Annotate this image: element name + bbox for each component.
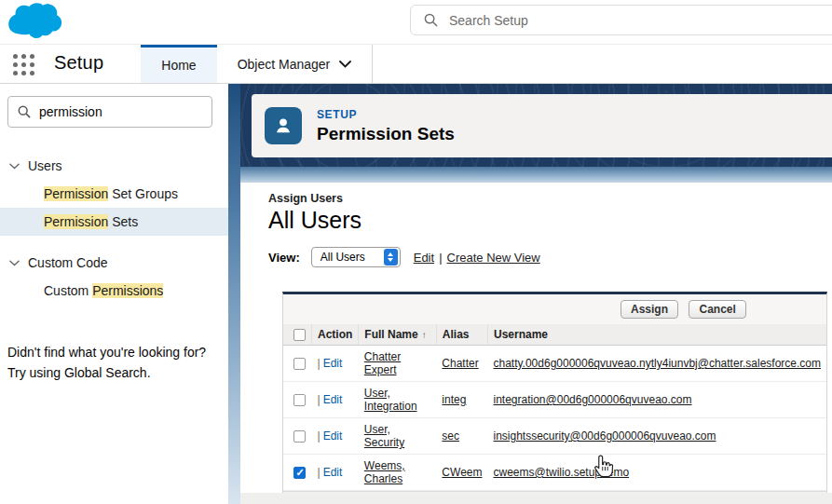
col-full-name-label: Full Name xyxy=(364,328,417,341)
table-row: |Edit Weems, Charles CWeem cweems@twilio… xyxy=(283,455,826,491)
view-links: Edit|Create New View xyxy=(414,251,540,265)
sidebar-search-box[interactable] xyxy=(7,96,212,128)
pipe-separator: | xyxy=(318,429,321,443)
pipe-separator: | xyxy=(318,393,321,406)
view-select-value: All Users xyxy=(321,251,365,264)
user-icon xyxy=(273,116,293,136)
permission-sets-icon xyxy=(265,107,302,144)
sort-asc-icon: ↑ xyxy=(422,330,427,340)
full-name-link[interactable]: User, Security xyxy=(364,423,404,449)
sidebar-item-permission-set-groups[interactable]: Permission Set Groups xyxy=(0,180,228,208)
item-highlight: Permissions xyxy=(92,283,163,298)
help-line-1: Didn't find what you're looking for? xyxy=(7,342,219,362)
users-list-card: Assign Cancel Action Full Name↑ Alias Us… xyxy=(282,292,827,504)
setup-tree: Users Permission Set Groups Permission S… xyxy=(0,152,228,305)
tab-object-manager-label: Object Manager xyxy=(238,57,331,72)
setup-navbar: Setup Home Object Manager xyxy=(0,44,832,84)
username-link[interactable]: integration@00d6g000006qvuveao.com xyxy=(493,393,691,406)
app-launcher-icon[interactable] xyxy=(13,54,37,76)
select-all-header[interactable] xyxy=(283,324,312,346)
sidebar-help-text: Didn't find what you're looking for? Try… xyxy=(7,342,219,383)
col-username[interactable]: Username xyxy=(487,324,826,346)
pipe-separator: | xyxy=(318,466,321,479)
list-view-title: All Users xyxy=(268,207,832,234)
alias-link[interactable]: CWeem xyxy=(442,466,482,479)
global-search-box[interactable] xyxy=(410,5,832,35)
full-name-link[interactable]: Chatter Expert xyxy=(364,350,401,376)
cancel-button-top[interactable]: Cancel xyxy=(689,300,745,319)
sidebar-search-input[interactable] xyxy=(39,104,188,119)
col-full-name[interactable]: Full Name↑ xyxy=(359,324,437,346)
top-button-row: Assign Cancel xyxy=(283,294,826,324)
global-header xyxy=(0,0,832,44)
alias-link[interactable]: sec xyxy=(442,429,459,443)
view-selector-row: View: All Users Edit|Create New View xyxy=(268,247,832,267)
tab-divider xyxy=(372,45,373,83)
edit-link[interactable]: Edit xyxy=(323,357,343,370)
alias-link[interactable]: Chatter xyxy=(442,357,478,370)
edit-link[interactable]: Edit xyxy=(323,466,343,479)
tree-section-custom-code[interactable]: Custom Code xyxy=(0,249,228,277)
search-icon xyxy=(18,105,31,118)
help-line-2: Try using Global Search. xyxy=(7,362,219,383)
select-stepper-icon xyxy=(384,249,398,266)
table-header-row: Action Full Name↑ Alias Username xyxy=(283,324,826,346)
full-name-link[interactable]: User, Integration xyxy=(364,387,417,413)
row-checkbox[interactable] xyxy=(293,394,306,406)
chevron-down-icon xyxy=(339,61,351,68)
nav-tabs: Home Object Manager xyxy=(141,45,373,83)
username-link[interactable]: insightssecurity@00d6g000006qvuveao.com xyxy=(493,429,716,443)
global-search-input[interactable] xyxy=(449,13,729,28)
tree-section-users[interactable]: Users xyxy=(0,152,228,180)
tab-object-manager[interactable]: Object Manager xyxy=(217,45,373,83)
create-new-view-link[interactable]: Create New View xyxy=(447,251,540,265)
salesforce-setup-screen: Setup Home Object Manager xyxy=(0,0,832,504)
banner-gradient xyxy=(240,167,832,183)
row-checkbox[interactable] xyxy=(293,358,306,370)
chevron-down-icon xyxy=(9,163,20,170)
setup-eyebrow: SETUP xyxy=(317,108,455,121)
tab-home[interactable]: Home xyxy=(141,45,216,83)
full-name-link[interactable]: Weems, Charles xyxy=(364,459,405,485)
search-icon xyxy=(424,13,438,27)
username-link[interactable]: cweems@twilio.setupdemo xyxy=(493,466,629,479)
edit-link[interactable]: Edit xyxy=(323,429,343,443)
salesforce-logo-icon xyxy=(6,2,63,41)
alias-link[interactable]: integ xyxy=(442,393,466,406)
chevron-down-icon xyxy=(9,260,20,266)
view-select[interactable]: All Users xyxy=(311,247,401,267)
background-strip xyxy=(228,84,240,504)
tree-section-label: Custom Code xyxy=(28,255,108,270)
username-link[interactable]: chatty.00d6g000006qvuveao.nytly4iunvbj@c… xyxy=(493,357,821,370)
row-checkbox[interactable] xyxy=(293,430,306,443)
sidebar-item-permission-sets[interactable]: Permission Sets xyxy=(0,208,228,236)
page-title: Permission Sets xyxy=(317,124,455,144)
users-table: Action Full Name↑ Alias Username |Edit C… xyxy=(283,324,826,491)
tree-section-label: Users xyxy=(28,158,62,173)
page-header-banner: SETUP Permission Sets xyxy=(240,84,832,183)
assign-users-section: Assign Users All Users View: All Users E… xyxy=(240,183,832,504)
item-highlight: Permission xyxy=(44,214,108,229)
sidebar-item-custom-permissions[interactable]: Custom Permissions xyxy=(0,277,228,305)
table-row: |Edit User, Security sec insightssecurit… xyxy=(283,418,826,455)
col-alias[interactable]: Alias xyxy=(436,324,487,346)
edit-view-link[interactable]: Edit xyxy=(414,251,434,265)
col-action[interactable]: Action xyxy=(312,324,359,346)
select-all-checkbox[interactable] xyxy=(293,329,306,341)
item-text: Set Groups xyxy=(108,186,178,201)
table-row: |Edit User, Integration integ integratio… xyxy=(283,382,826,418)
item-text: Sets xyxy=(108,214,138,229)
table-row: |Edit Chatter Expert Chatter chatty.00d6… xyxy=(283,346,826,382)
app-name: Setup xyxy=(54,52,103,83)
section-subtitle: Assign Users xyxy=(268,192,832,205)
setup-sidebar: Users Permission Set Groups Permission S… xyxy=(0,84,228,504)
tab-home-label: Home xyxy=(161,58,196,73)
main-content: SETUP Permission Sets Assign Users All U… xyxy=(240,84,832,504)
item-highlight: Permission xyxy=(44,186,108,201)
footer-strip xyxy=(240,493,832,504)
item-text: Custom xyxy=(44,283,92,298)
row-checkbox[interactable] xyxy=(293,467,306,479)
assign-button-top[interactable]: Assign xyxy=(621,300,678,319)
edit-link[interactable]: Edit xyxy=(323,393,343,406)
page-header-card: SETUP Permission Sets xyxy=(252,94,832,157)
